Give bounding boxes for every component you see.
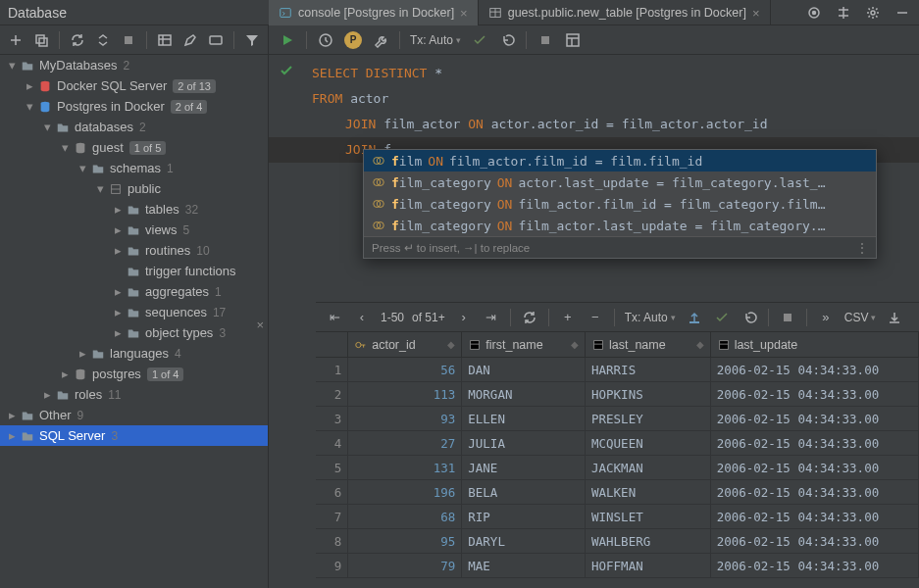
commit-icon[interactable] bbox=[713, 309, 731, 326]
cell-last-update[interactable]: 2006-02-15 04:34:33.00 bbox=[711, 480, 919, 504]
tree-item-roles[interactable]: ▸roles11 bbox=[0, 384, 268, 405]
twisty-icon[interactable]: ▸ bbox=[75, 346, 90, 361]
cell-actor-id[interactable]: 56 bbox=[348, 358, 462, 381]
cell-actor-id[interactable]: 95 bbox=[348, 529, 462, 553]
cell-last-name[interactable]: WALKEN bbox=[586, 480, 711, 504]
cell-last-update[interactable]: 2006-02-15 04:34:33.00 bbox=[711, 382, 919, 406]
autocomplete-popup[interactable]: film ON film_actor.film_id = film.film_i… bbox=[363, 149, 877, 259]
table-row[interactable]: 393ELLENPRESLEY2006-02-15 04:34:33.00 bbox=[316, 407, 919, 431]
cell-first-name[interactable]: MORGAN bbox=[462, 382, 586, 406]
column-header-last-update[interactable]: last_update bbox=[711, 332, 919, 357]
twisty-icon[interactable]: ▾ bbox=[75, 161, 90, 175]
table-row[interactable]: 2113MORGANHOPKINS2006-02-15 04:34:33.00 bbox=[316, 382, 919, 407]
tree-item-schemas[interactable]: ▾schemas1 bbox=[0, 158, 268, 178]
autocomplete-item[interactable]: film_category ON film_actor.film_id = fi… bbox=[364, 193, 876, 215]
rollback-icon[interactable] bbox=[740, 309, 758, 326]
autocomplete-item[interactable]: film_category ON film_actor.last_update … bbox=[364, 215, 876, 236]
cell-last-name[interactable]: WINSLET bbox=[586, 505, 711, 528]
cell-first-name[interactable]: DARYL bbox=[462, 529, 586, 553]
cell-last-name[interactable]: JACKMAN bbox=[586, 456, 711, 479]
refresh-icon[interactable] bbox=[521, 309, 538, 326]
tree-item-sequences[interactable]: ▸sequences17 bbox=[0, 302, 268, 322]
tab-table[interactable]: guest.public.new_table [Postgres in Dock… bbox=[479, 0, 771, 25]
tree-item-routines[interactable]: ▸routines10 bbox=[0, 240, 268, 261]
stop-icon[interactable] bbox=[536, 31, 554, 49]
close-icon[interactable]: × bbox=[460, 6, 468, 21]
cell-last-update[interactable]: 2006-02-15 04:34:33.00 bbox=[711, 407, 919, 430]
next-page-icon[interactable]: › bbox=[455, 309, 473, 326]
cell-last-name[interactable]: HOPKINS bbox=[586, 382, 711, 406]
row-number-header[interactable] bbox=[316, 332, 348, 357]
twisty-icon[interactable]: ▸ bbox=[22, 78, 37, 93]
cell-last-update[interactable]: 2006-02-15 04:34:33.00 bbox=[711, 456, 919, 479]
column-header-last-name[interactable]: last_name◆ bbox=[586, 332, 711, 357]
stop-icon[interactable] bbox=[779, 309, 796, 326]
sort-icon[interactable]: ◆ bbox=[571, 339, 579, 350]
tree-item-guest[interactable]: ▾guest1 of 5 bbox=[0, 137, 268, 158]
table-row[interactable]: 895DARYLWAHLBERG2006-02-15 04:34:33.00 bbox=[316, 529, 919, 554]
autocomplete-item[interactable]: film_category ON actor.last_update = fil… bbox=[364, 172, 876, 193]
edit-icon[interactable] bbox=[182, 31, 198, 49]
twisty-icon[interactable]: ▾ bbox=[4, 58, 20, 73]
cell-first-name[interactable]: JANE bbox=[462, 456, 586, 479]
tree-item-postgres-in-docker[interactable]: ▾Postgres in Docker2 of 4 bbox=[0, 96, 268, 117]
sort-icon[interactable]: ◆ bbox=[447, 339, 455, 350]
twisty-icon[interactable]: ▸ bbox=[110, 202, 126, 217]
twisty-icon[interactable]: ▸ bbox=[110, 222, 126, 237]
column-header-first-name[interactable]: first_name◆ bbox=[462, 332, 586, 357]
twisty-icon[interactable]: ▸ bbox=[57, 367, 73, 381]
cell-last-update[interactable]: 2006-02-15 04:34:33.00 bbox=[711, 554, 919, 577]
gear-icon[interactable] bbox=[864, 4, 882, 22]
cell-last-update[interactable]: 2006-02-15 04:34:33.00 bbox=[711, 529, 919, 553]
rollback-icon[interactable] bbox=[498, 31, 516, 49]
export-format-dropdown[interactable]: CSV▾ bbox=[844, 311, 877, 324]
expand-icon[interactable]: » bbox=[817, 309, 835, 326]
minimize-icon[interactable] bbox=[893, 4, 911, 22]
database-tree[interactable]: ▾MyDatabases2▸Docker SQL Server2 of 13▾P… bbox=[0, 55, 269, 588]
layout-icon[interactable] bbox=[564, 31, 582, 49]
tree-item-databases[interactable]: ▾databases2 bbox=[0, 117, 268, 137]
history-icon[interactable] bbox=[317, 31, 334, 49]
cell-last-name[interactable]: HOFFMAN bbox=[586, 554, 711, 577]
twisty-icon[interactable]: ▸ bbox=[4, 428, 20, 443]
twisty-icon[interactable]: ▾ bbox=[39, 120, 55, 134]
cell-actor-id[interactable]: 79 bbox=[348, 554, 462, 577]
table-row[interactable]: 6196BELAWALKEN2006-02-15 04:34:33.00 bbox=[316, 480, 919, 505]
column-header-actor-id[interactable]: actor_id◆ bbox=[348, 332, 462, 357]
cell-last-name[interactable]: HARRIS bbox=[586, 358, 711, 381]
cell-actor-id[interactable]: 196 bbox=[348, 480, 462, 504]
twisty-icon[interactable]: ▸ bbox=[110, 284, 126, 299]
tab-console[interactable]: console [Postgres in Docker] × bbox=[269, 0, 479, 25]
hide-panel-icon[interactable]: × bbox=[256, 318, 264, 332]
wrench-icon[interactable] bbox=[372, 31, 389, 49]
sort-icon[interactable]: ◆ bbox=[696, 339, 704, 350]
add-row-icon[interactable]: + bbox=[559, 309, 577, 326]
cell-last-update[interactable]: 2006-02-15 04:34:33.00 bbox=[711, 505, 919, 528]
cell-first-name[interactable]: RIP bbox=[462, 505, 586, 528]
download-icon[interactable] bbox=[886, 309, 903, 326]
first-page-icon[interactable]: ⇤ bbox=[326, 309, 343, 326]
table-row[interactable]: 768RIPWINSLET2006-02-15 04:34:33.00 bbox=[316, 505, 919, 529]
profile-icon[interactable]: P bbox=[344, 31, 362, 49]
cell-last-update[interactable]: 2006-02-15 04:34:33.00 bbox=[711, 358, 919, 381]
prev-page-icon[interactable]: ‹ bbox=[353, 309, 371, 326]
tx-mode-dropdown[interactable]: Tx: Auto▾ bbox=[410, 33, 461, 47]
last-page-icon[interactable]: ⇥ bbox=[483, 309, 500, 326]
table-row[interactable]: 156DANHARRIS2006-02-15 04:34:33.00 bbox=[316, 358, 919, 382]
cell-actor-id[interactable]: 131 bbox=[348, 456, 462, 479]
twisty-icon[interactable]: ▾ bbox=[22, 99, 37, 114]
sync-icon[interactable] bbox=[95, 31, 111, 49]
run-icon[interactable] bbox=[279, 31, 296, 49]
twisty-icon[interactable]: ▸ bbox=[110, 243, 126, 258]
cell-actor-id[interactable]: 113 bbox=[348, 382, 462, 406]
add-icon[interactable] bbox=[8, 31, 24, 49]
tree-item-postgres[interactable]: ▸postgres1 of 4 bbox=[0, 364, 268, 384]
table-row[interactable]: 5131JANEJACKMAN2006-02-15 04:34:33.00 bbox=[316, 456, 919, 480]
tree-item-docker-sql-server[interactable]: ▸Docker SQL Server2 of 13 bbox=[0, 75, 268, 96]
tree-item-languages[interactable]: ▸languages4 bbox=[0, 343, 268, 364]
twisty-icon[interactable]: ▸ bbox=[110, 325, 126, 340]
cell-last-name[interactable]: WAHLBERG bbox=[586, 529, 711, 553]
split-icon[interactable] bbox=[835, 4, 852, 22]
cell-last-name[interactable]: MCQUEEN bbox=[586, 431, 711, 455]
tree-item-sql-server[interactable]: ▸SQL Server3 bbox=[0, 425, 268, 446]
